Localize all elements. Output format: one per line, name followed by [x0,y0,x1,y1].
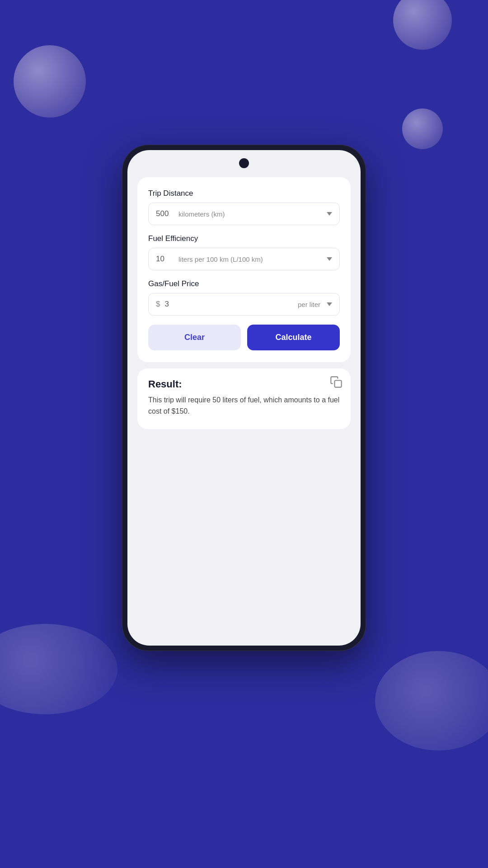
trip-distance-label: Trip Distance [148,189,340,198]
phone-screen: Trip Distance 500 kilometers (km) Fuel E… [127,150,361,646]
bg-sphere-2 [393,0,452,50]
gas-price-group: Gas/Fuel Price $ 3 per liter [148,279,340,316]
gas-price-chevron-icon[interactable] [327,302,332,306]
calculate-button[interactable]: Calculate [247,325,340,350]
svg-rect-0 [335,381,342,387]
gas-price-input-row[interactable]: $ 3 per liter [148,293,340,316]
result-title: Result: [148,378,340,390]
fuel-efficiency-label: Fuel Efficiency [148,234,340,243]
phone-frame: Trip Distance 500 kilometers (km) Fuel E… [122,145,366,651]
clear-button[interactable]: Clear [148,325,241,350]
input-card: Trip Distance 500 kilometers (km) Fuel E… [137,177,351,362]
fuel-efficiency-value: 10 [156,255,174,264]
fuel-efficiency-chevron-icon[interactable] [327,257,332,261]
trip-distance-group: Trip Distance 500 kilometers (km) [148,189,340,225]
fuel-efficiency-group: Fuel Efficiency 10 liters per 100 km (L/… [148,234,340,270]
result-text: This trip will require 50 liters of fuel… [148,395,340,417]
bg-sphere-4 [0,624,117,714]
trip-distance-input-row[interactable]: 500 kilometers (km) [148,203,340,225]
gas-price-unit: per liter [174,301,320,308]
action-buttons: Clear Calculate [148,325,340,350]
bg-sphere-1 [14,45,86,118]
camera-notch [239,158,249,168]
trip-distance-unit: kilometers (km) [178,210,322,218]
gas-price-label: Gas/Fuel Price [148,279,340,288]
trip-distance-chevron-icon[interactable] [327,212,332,216]
gas-price-value: 3 [164,300,169,309]
screen-content: Trip Distance 500 kilometers (km) Fuel E… [127,150,361,646]
result-card: Result: This trip will require 50 liters… [137,368,351,429]
trip-distance-value: 500 [156,209,174,218]
bg-sphere-5 [375,651,488,750]
currency-symbol: $ [156,300,160,309]
bg-sphere-3 [402,108,443,149]
fuel-efficiency-unit: liters per 100 km (L/100 km) [178,255,322,263]
fuel-efficiency-input-row[interactable]: 10 liters per 100 km (L/100 km) [148,248,340,270]
copy-icon[interactable] [330,376,343,388]
